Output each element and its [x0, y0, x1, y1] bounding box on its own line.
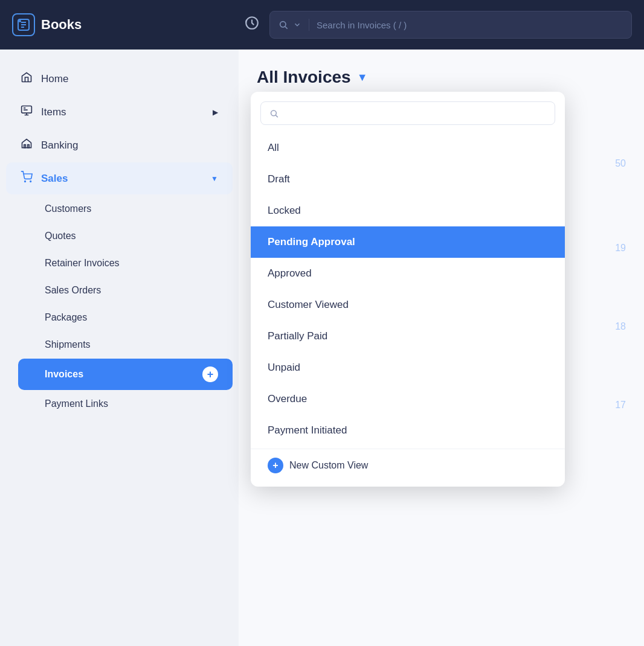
sidebar-item-shipments[interactable]: Shipments: [18, 331, 233, 358]
search-icon: [279, 20, 288, 30]
new-custom-view-plus-icon: +: [268, 458, 283, 473]
sales-orders-label: Sales Orders: [45, 285, 101, 295]
search-bar[interactable]: Search in Invoices ( / ): [269, 11, 632, 39]
new-custom-view-label: New Custom View: [289, 460, 368, 471]
banking-icon: [21, 138, 33, 153]
bg-amount-1: 50: [615, 158, 626, 169]
svg-rect-6: [24, 145, 26, 148]
sidebar-item-sales-orders[interactable]: Sales Orders: [18, 277, 233, 304]
sidebar-item-packages[interactable]: Packages: [18, 304, 233, 331]
logo-icon: [12, 13, 35, 36]
svg-point-10: [271, 110, 277, 115]
items-arrow-icon: ▶: [213, 108, 218, 117]
page-title: All Invoices: [257, 68, 351, 87]
main-layout: Home Items ▶: [0, 50, 644, 646]
svg-rect-7: [28, 145, 30, 148]
sidebar-item-sales[interactable]: Sales ▼: [6, 162, 233, 194]
sidebar-label-sales: Sales: [41, 173, 68, 185]
sidebar-label-banking: Banking: [41, 139, 78, 152]
top-navigation: Books Search in Invoices ( / ): [0, 0, 644, 50]
filter-option-partially-paid[interactable]: Partially Paid: [251, 321, 565, 352]
filter-option-all[interactable]: All: [251, 132, 565, 164]
search-divider: [309, 19, 309, 31]
sidebar: Home Items ▶: [0, 50, 239, 646]
content-area: All Invoices ▼ All Draft Locked: [239, 50, 644, 646]
dropdown-search-icon: [269, 109, 279, 118]
sales-icon: [21, 171, 33, 186]
app-logo: Books: [12, 13, 133, 36]
sidebar-label-items: Items: [41, 106, 66, 118]
bg-amount-3: 18: [615, 321, 626, 332]
sales-chevron-icon: ▼: [211, 174, 218, 183]
filter-option-locked[interactable]: Locked: [251, 195, 565, 226]
sales-sub-items: Customers Quotes Retainer Invoices Sales…: [0, 196, 239, 417]
packages-label: Packages: [45, 312, 87, 322]
chevron-down-icon[interactable]: [293, 21, 301, 29]
invoices-label: Invoices: [45, 369, 83, 380]
svg-line-11: [275, 115, 277, 117]
svg-point-3: [280, 22, 286, 27]
sidebar-item-home[interactable]: Home: [6, 63, 233, 95]
customers-label: Customers: [45, 203, 91, 214]
quotes-label: Quotes: [45, 231, 76, 241]
svg-point-1: [19, 21, 21, 22]
bg-amount-4: 17: [615, 400, 626, 411]
bg-amount-2: 19: [615, 243, 626, 254]
invoice-filter-dropdown: All Draft Locked Pending Approval Approv…: [251, 92, 565, 487]
search-placeholder: Search in Invoices ( / ): [317, 20, 407, 30]
dropdown-search-input[interactable]: [285, 108, 546, 118]
sidebar-item-retainer-invoices[interactable]: Retainer Invoices: [18, 250, 233, 277]
history-button[interactable]: [244, 15, 260, 34]
add-invoice-button[interactable]: +: [202, 366, 218, 382]
filter-option-draft[interactable]: Draft: [251, 164, 565, 195]
filter-option-pending-approval[interactable]: Pending Approval: [251, 226, 565, 258]
items-icon: [21, 104, 33, 120]
home-icon: [21, 71, 33, 86]
filter-option-payment-initiated[interactable]: Payment Initiated: [251, 415, 565, 446]
filter-option-overdue[interactable]: Overdue: [251, 383, 565, 415]
sidebar-item-banking[interactable]: Banking: [6, 129, 233, 161]
payment-links-label: Payment Links: [45, 398, 108, 409]
filter-option-customer-viewed[interactable]: Customer Viewed: [251, 289, 565, 321]
sidebar-label-home: Home: [41, 73, 68, 85]
sidebar-item-quotes[interactable]: Quotes: [18, 223, 233, 249]
sidebar-item-customers[interactable]: Customers: [18, 196, 233, 222]
filter-option-unpaid[interactable]: Unpaid: [251, 352, 565, 383]
page-title-dropdown-arrow[interactable]: ▼: [357, 71, 368, 84]
shipments-label: Shipments: [45, 339, 91, 350]
page-header: All Invoices ▼: [257, 68, 626, 87]
sidebar-item-payment-links[interactable]: Payment Links: [18, 391, 233, 417]
app-name: Books: [41, 17, 82, 33]
filter-option-approved[interactable]: Approved: [251, 258, 565, 289]
dropdown-search-box[interactable]: [260, 101, 555, 125]
svg-point-9: [30, 181, 31, 182]
retainer-invoices-label: Retainer Invoices: [45, 258, 120, 268]
sidebar-item-invoices[interactable]: Invoices +: [18, 359, 233, 390]
svg-point-8: [25, 181, 26, 182]
sidebar-item-items[interactable]: Items ▶: [6, 96, 233, 128]
new-custom-view-button[interactable]: + New Custom View: [251, 449, 565, 482]
svg-line-4: [285, 27, 288, 29]
